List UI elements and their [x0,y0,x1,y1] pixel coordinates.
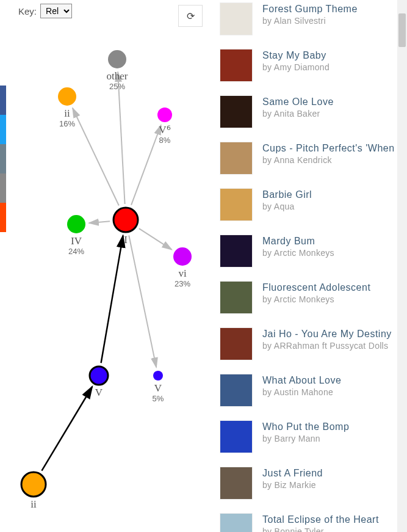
song-info: Forest Gump Themeby Alan Silvestri [262,2,358,26]
song-info: Mardy Bumby Arctic Monkeys [262,235,334,258]
graph-node-V_small[interactable] [153,371,163,381]
graph-edge [129,235,156,367]
graph-node-pct: 8% [159,136,171,145]
song-thumbnail[interactable] [220,188,253,221]
song-title[interactable]: Barbie Girl [262,189,312,200]
song-list[interactable]: Forest Gump Themeby Alan SilvestriStay M… [220,0,407,532]
song-title[interactable]: Fluorescent Adolescent [262,282,370,293]
song-row[interactable]: Jai Ho - You Are My Destinyby ARRahman f… [220,325,403,371]
song-title[interactable]: Just A Friend [262,468,323,479]
song-info: Jai Ho - You Are My Destinyby ARRahman f… [262,327,392,351]
song-row[interactable]: Total Eclipse of the Heartby Bonnie Tyle… [220,511,403,532]
graph-node-pct: 5% [153,394,164,403]
song-row[interactable]: What About Loveby Austin Mahone [220,371,403,418]
song-info: Who Put the Bompby Barry Mann [262,420,349,443]
graph-edge [89,221,110,223]
song-title[interactable]: Same Ole Love [262,97,334,107]
song-info: Stay My Babyby Amy Diamond [262,49,330,72]
song-row[interactable]: Cups - Pitch Perfect's 'When I'mby Anna … [220,139,403,186]
graph-edge [139,228,172,250]
song-title[interactable]: Jai Ho - You Are My Destiny [262,329,392,340]
song-row[interactable]: Fluorescent Adolescentby Arctic Monkeys [220,279,403,325]
song-thumbnail[interactable] [220,420,253,453]
graph-panel: Key: Rel ⟳ other25%ii16%V⁶8%IIV24%vi23%V… [0,0,220,532]
scrollbar-track[interactable] [397,0,407,532]
song-artist: by Aqua [262,202,312,211]
graph-node-label: V [154,382,162,394]
graph-node-IV[interactable] [67,215,85,233]
graph-node-label: V [95,387,103,398]
graph-node-I[interactable] [113,208,138,232]
song-title[interactable]: Cups - Pitch Perfect's 'When I'm [262,143,407,154]
song-thumbnail[interactable] [220,235,253,268]
song-artist: by Alan Silvestri [262,16,358,26]
song-artist: by Austin Mahone [262,387,341,397]
graph-edge [41,387,92,471]
graph-node-label: V⁶ [159,124,170,136]
graph-node-ii_top[interactable] [58,87,76,106]
graph-edge [131,125,161,205]
song-title[interactable]: What About Love [262,375,341,386]
song-title[interactable]: Forest Gump Theme [262,4,358,15]
graph-edge [73,108,119,206]
graph-node-label: vi [178,268,187,279]
song-info: Just A Friendby Biz Markie [262,467,323,490]
song-info: Barbie Girlby Aqua [262,188,312,211]
song-artist: by Arctic Monkeys [262,248,334,258]
song-title[interactable]: Who Put the Bomp [262,421,349,432]
song-artist: by Bonnie Tyler [262,527,379,532]
song-info: Cups - Pitch Perfect's 'When I'mby Anna … [262,142,407,165]
song-artist: by Barry Mann [262,434,349,443]
song-thumbnail[interactable] [220,49,253,82]
song-thumbnail[interactable] [220,513,253,532]
graph-node-label: ii [64,107,70,119]
song-thumbnail[interactable] [220,281,253,314]
graph-node-label: I [124,234,128,246]
song-info: What About Loveby Austin Mahone [262,374,341,397]
graph-node-label: ii [31,498,37,510]
song-artist: by Amy Diamond [262,62,330,72]
song-row[interactable]: Just A Friendby Biz Markie [220,464,403,511]
graph-node-pct: 16% [59,119,75,128]
song-artist: by Anna Kendrick [262,155,407,165]
graph-node-pct: 24% [68,247,84,256]
song-thumbnail[interactable] [220,142,253,175]
graph-node-other[interactable] [108,50,126,68]
song-row[interactable]: Stay My Babyby Amy Diamond [220,46,403,93]
song-artist: by Anita Baker [262,109,334,118]
graph-node-V_hist[interactable] [90,366,108,385]
song-row[interactable]: Forest Gump Themeby Alan Silvestri [220,0,403,46]
song-thumbnail[interactable] [220,327,253,360]
song-thumbnail[interactable] [220,2,253,35]
graph-node-label: IV [71,235,82,247]
graph-node-ii_bot[interactable] [21,472,46,497]
graph-node-pct: 25% [109,82,125,91]
song-artist: by Arctic Monkeys [262,294,370,304]
song-row[interactable]: Barbie Girlby Aqua [220,186,403,232]
song-thumbnail[interactable] [220,467,253,500]
song-title[interactable]: Total Eclipse of the Heart [262,514,379,525]
song-title[interactable]: Stay My Baby [262,50,330,61]
song-thumbnail[interactable] [220,374,253,407]
scrollbar-thumb[interactable] [398,13,406,47]
graph-edge [101,236,123,363]
song-thumbnail[interactable] [220,95,253,128]
graph-node-vi[interactable] [173,247,192,266]
graph-node-label: other [107,70,128,82]
song-row[interactable]: Who Put the Bompby Barry Mann [220,418,403,464]
song-artist: by ARRahman ft Pussycat Dolls [262,341,392,351]
song-row[interactable]: Same Ole Loveby Anita Baker [220,93,403,139]
song-title[interactable]: Mardy Bum [262,236,334,247]
song-info: Total Eclipse of the Heartby Bonnie Tyle… [262,513,379,532]
chord-graph[interactable]: other25%ii16%V⁶8%IIV24%vi23%VV5%ii [0,0,220,532]
graph-edge [118,72,125,204]
song-row[interactable]: Mardy Bumby Arctic Monkeys [220,232,403,279]
song-info: Fluorescent Adolescentby Arctic Monkeys [262,281,370,304]
graph-node-V6[interactable] [157,107,172,122]
song-artist: by Biz Markie [262,480,323,490]
graph-node-pct: 23% [175,279,190,288]
song-info: Same Ole Loveby Anita Baker [262,95,334,118]
